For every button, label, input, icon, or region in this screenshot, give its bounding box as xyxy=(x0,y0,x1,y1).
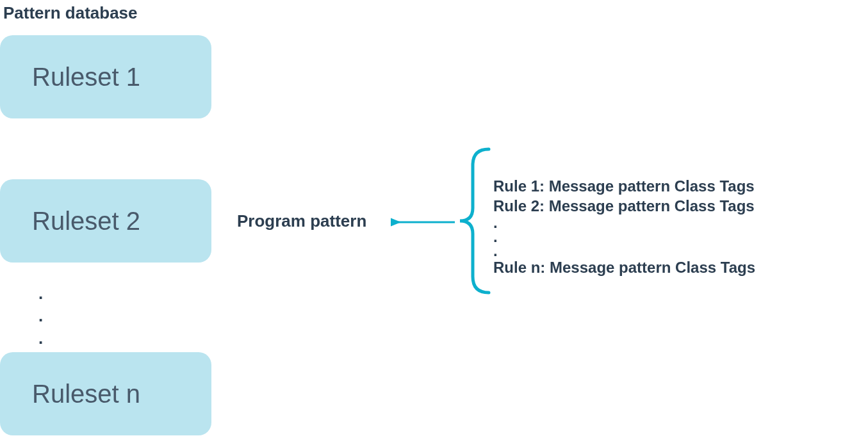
vertical-ellipsis-dot: . xyxy=(38,304,43,327)
vertical-ellipsis-dot: . xyxy=(493,244,755,258)
ruleset-label: Ruleset 2 xyxy=(32,207,140,236)
ruleset-box-2: Ruleset 2 xyxy=(0,179,211,263)
ruleset-label: Ruleset n xyxy=(32,380,140,409)
rule-line-2: Rule 2: Message pattern Class Tags xyxy=(493,196,755,216)
vertical-ellipsis-dot: . xyxy=(38,282,43,305)
rule-line-n: Rule n: Message pattern Class Tags xyxy=(493,257,755,277)
ruleset-box-n: Ruleset n xyxy=(0,352,211,435)
vertical-ellipsis-dot: . xyxy=(38,327,43,350)
rules-block: Rule 1: Message pattern Class Tags Rule … xyxy=(493,176,755,277)
diagram-title: Pattern database xyxy=(3,3,138,23)
vertical-ellipsis-dot: . xyxy=(493,216,755,230)
ruleset-box-1: Ruleset 1 xyxy=(0,35,211,118)
rule-line-1: Rule 1: Message pattern Class Tags xyxy=(493,176,755,196)
ruleset-label: Ruleset 1 xyxy=(32,63,140,92)
program-pattern-label: Program pattern xyxy=(237,211,366,231)
arrow-icon xyxy=(391,213,461,232)
vertical-ellipsis-dot: . xyxy=(493,230,755,244)
bracket-icon xyxy=(454,144,492,298)
